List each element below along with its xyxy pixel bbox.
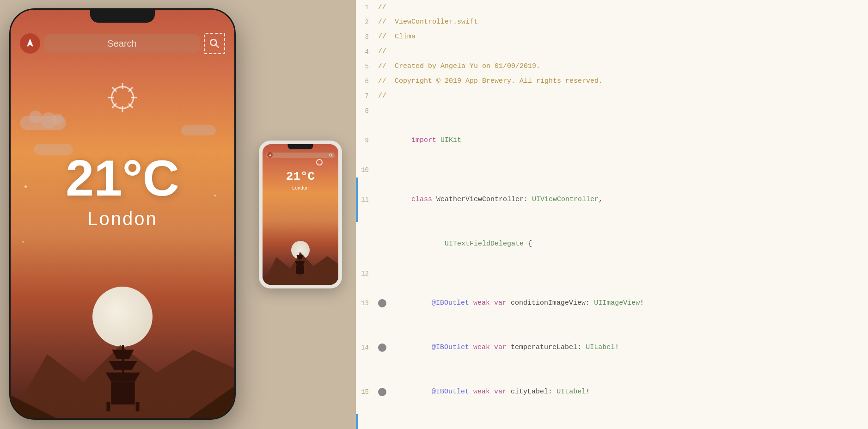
svg-rect-5 <box>111 382 134 404</box>
search-text-field[interactable]: Search <box>44 34 200 53</box>
code-line-14: 14 @IBOutlet weak var temperatureLabel: … <box>356 325 868 370</box>
svg-rect-6 <box>106 402 110 411</box>
code-line-3: 3 // Clima <box>356 30 868 44</box>
code-line-2: 2 // ViewController.swift <box>356 15 868 30</box>
code-line-9: 9 import UIKit <box>356 118 868 163</box>
code-line-7: 7 // <box>356 89 868 104</box>
phone-large: 21°C London <box>9 8 236 420</box>
location-icon <box>25 38 35 49</box>
code-editor: 1 // 2 // ViewController.swift 3 // Clim… <box>356 0 868 429</box>
search-bar-area: Search <box>20 33 225 54</box>
phone-thumbnail: 21°C London <box>259 141 342 288</box>
location-button[interactable] <box>20 33 40 54</box>
code-line-8: 8 <box>356 104 868 118</box>
code-line-10: 10 <box>356 163 868 178</box>
small-city: London <box>263 186 338 191</box>
code-line-15: 15 @IBOutlet weak var cityLabel: UILabel… <box>356 370 868 414</box>
svg-marker-4 <box>105 373 140 382</box>
small-temperature: 21°C <box>263 170 338 184</box>
code-line-11: 11 class WeatherViewController: UIViewCo… <box>356 178 868 222</box>
code-line-6: 6 // Copyright © 2019 App Brewery. All r… <box>356 74 868 89</box>
city-label: London <box>11 208 234 229</box>
code-line-12: 12 <box>356 266 868 281</box>
temperature-label: 21°C <box>11 148 234 207</box>
code-line-4: 4 // <box>356 44 868 59</box>
code-line-1: 1 // <box>356 0 868 15</box>
svg-rect-7 <box>136 402 140 411</box>
code-line-11b: UITextFieldDelegate { <box>356 222 868 266</box>
code-line-5: 5 // Created by Angela Yu on 01/09/2019. <box>356 59 868 74</box>
svg-rect-18 <box>296 265 304 274</box>
iboutlet-circle-15 <box>378 388 386 396</box>
iboutlet-circle-14 <box>378 343 386 352</box>
svg-line-13 <box>331 156 332 157</box>
svg-line-11 <box>216 45 219 48</box>
search-icon-button[interactable] <box>204 33 225 54</box>
code-line-13: 13 @IBOutlet weak var conditionImageView… <box>356 281 868 325</box>
simulator-panel: 21°C London <box>0 0 356 429</box>
iboutlet-circle-13 <box>378 299 386 307</box>
magnifier-icon <box>208 37 220 49</box>
code-line-16: 16 @IBOutlet weak var searchTextField: U… <box>356 414 868 429</box>
